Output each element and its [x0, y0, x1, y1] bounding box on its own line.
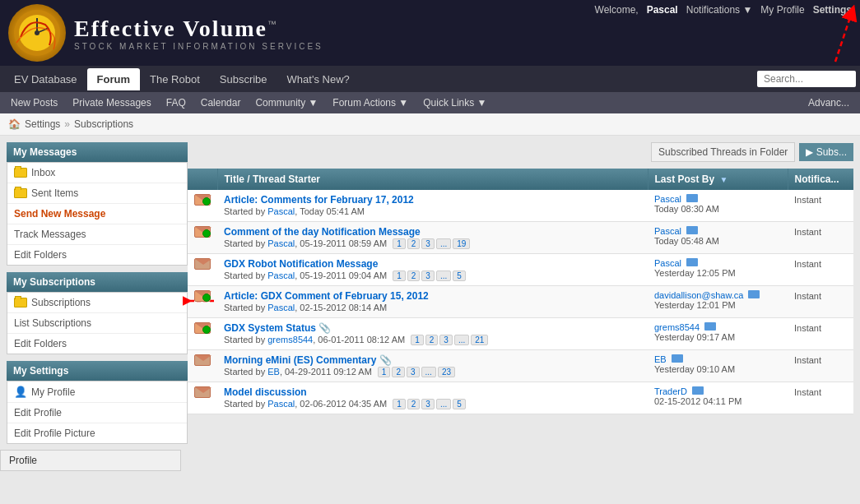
- thread-title-link[interactable]: Model discussion: [224, 386, 307, 398]
- sidebar-subscriptions[interactable]: Subscriptions: [7, 293, 187, 313]
- thread-title-cell: GDX System Status 📎 Started by grems8544…: [217, 318, 648, 350]
- thread-starter: Started by Pascal, 05-19-2011 09:04 AM 1…: [224, 270, 466, 280]
- page-link[interactable]: 3: [439, 335, 453, 345]
- page-link[interactable]: ...: [454, 335, 469, 345]
- folder-icon: [14, 168, 27, 178]
- sub-nav-community[interactable]: Community ▼: [249, 95, 324, 111]
- notification-cell: Instant: [788, 382, 853, 414]
- sidebar-inbox[interactable]: Inbox: [7, 163, 187, 183]
- sub-nav-private-messages[interactable]: Private Messages: [66, 95, 157, 111]
- page-link[interactable]: ...: [436, 270, 451, 281]
- sub-nav-new-posts[interactable]: New Posts: [4, 95, 64, 111]
- thread-title-link[interactable]: GDX Robot Notification Message: [224, 258, 378, 270]
- page-link[interactable]: 19: [453, 238, 470, 249]
- starter-link[interactable]: Pascal: [267, 303, 295, 312]
- nav-subscribe[interactable]: Subscribe: [210, 68, 277, 90]
- list-subscriptions-link[interactable]: List Subscriptions: [14, 317, 91, 329]
- page-link[interactable]: 1: [411, 335, 424, 345]
- my-profile-sidebar-link[interactable]: My Profile: [31, 386, 75, 398]
- thread-icon: [194, 322, 211, 334]
- sidebar-edit-folders2[interactable]: Edit Folders: [7, 334, 187, 354]
- thread-title-link[interactable]: Article: Comments for February 17, 2012: [224, 194, 414, 206]
- nav-whats-new[interactable]: What's New?: [277, 68, 360, 90]
- edit-profile-picture-link[interactable]: Edit Profile Picture: [14, 428, 95, 439]
- page-link[interactable]: 2: [407, 399, 421, 409]
- sidebar-edit-folders[interactable]: Edit Folders: [7, 245, 187, 265]
- last-post-user[interactable]: Pascal: [654, 258, 681, 268]
- svg-line-5: [835, 12, 852, 62]
- col-last-post[interactable]: Last Post By ▼: [648, 169, 788, 190]
- breadcrumb-settings[interactable]: Settings: [25, 118, 60, 130]
- page-link[interactable]: 23: [438, 367, 455, 377]
- page-link[interactable]: 21: [471, 335, 488, 345]
- track-messages-link[interactable]: Track Messages: [14, 229, 86, 240]
- thread-title-link[interactable]: Morning eMini (ES) Commentary: [224, 354, 376, 366]
- my-profile-link[interactable]: My Profile: [760, 4, 804, 16]
- page-link[interactable]: ...: [421, 367, 436, 377]
- thread-title-link[interactable]: GDX System Status: [224, 322, 316, 334]
- search-input[interactable]: [757, 71, 856, 87]
- sidebar-edit-profile[interactable]: Edit Profile: [7, 403, 187, 423]
- last-post-cell: grems8544 Yesterday 09:17 AM: [648, 318, 788, 350]
- sidebar-list-subscriptions[interactable]: List Subscriptions: [7, 313, 187, 334]
- page-link[interactable]: 2: [407, 270, 421, 281]
- page-link[interactable]: 1: [393, 399, 406, 409]
- edit-folders2-link[interactable]: Edit Folders: [14, 338, 67, 349]
- last-post-user[interactable]: grems8544: [654, 322, 700, 332]
- table-row: GDX System Status 📎 Started by grems8544…: [188, 318, 853, 350]
- my-subscriptions-content: Subscriptions List Subscriptions: [7, 292, 188, 354]
- starter-link[interactable]: Pascal: [267, 270, 295, 280]
- edit-profile-link[interactable]: Edit Profile: [14, 407, 62, 418]
- page-link[interactable]: 3: [421, 270, 435, 281]
- starter-link[interactable]: Pascal: [267, 399, 295, 409]
- notifications-link[interactable]: Notifications ▼: [686, 4, 753, 16]
- page-link[interactable]: 3: [421, 238, 435, 249]
- page-link[interactable]: ...: [436, 399, 451, 409]
- sent-items-link[interactable]: Sent Items: [31, 187, 78, 199]
- starter-link[interactable]: grems8544: [267, 335, 313, 344]
- subscriptions-link[interactable]: Subscriptions: [31, 297, 91, 308]
- thread-title-link[interactable]: Comment of the day Notification Message: [224, 226, 421, 238]
- settings-link[interactable]: Settings: [813, 4, 852, 16]
- thread-title-cell: Model discussion Started by Pascal, 02-0…: [217, 382, 648, 414]
- page-link[interactable]: 1: [378, 367, 391, 377]
- nav-ev-database[interactable]: EV Database: [4, 68, 87, 90]
- sub-nav-quick-links[interactable]: Quick Links ▼: [416, 95, 493, 111]
- sidebar-sent-items[interactable]: Sent Items: [7, 183, 187, 204]
- starter-link[interactable]: EB: [267, 367, 280, 377]
- page-link[interactable]: 5: [453, 399, 466, 409]
- thread-title-link[interactable]: Article: GDX Comment of February 15, 201…: [224, 290, 429, 302]
- inbox-link[interactable]: Inbox: [31, 167, 55, 178]
- last-post-user[interactable]: EB: [654, 354, 667, 364]
- sidebar-my-profile[interactable]: 👤 My Profile: [7, 381, 187, 403]
- last-post-user[interactable]: TraderD: [654, 386, 687, 396]
- page-link[interactable]: 3: [407, 367, 420, 377]
- page-link[interactable]: 2: [407, 238, 421, 249]
- last-post-user[interactable]: Pascal: [654, 194, 681, 204]
- sidebar-track-messages[interactable]: Track Messages: [7, 224, 187, 245]
- page-link[interactable]: 2: [392, 367, 405, 377]
- starter-link[interactable]: Pascal: [267, 206, 295, 216]
- nav-the-robot[interactable]: The Robot: [140, 68, 210, 90]
- last-post-by: Pascal: [654, 194, 781, 204]
- go-icon: [704, 322, 716, 331]
- starter-link[interactable]: Pascal: [267, 238, 295, 248]
- send-new-message-link[interactable]: Send New Message: [14, 208, 105, 220]
- page-link[interactable]: 1: [393, 238, 406, 249]
- sidebar-edit-profile-picture[interactable]: Edit Profile Picture: [7, 423, 187, 443]
- sub-nav-forum-actions[interactable]: Forum Actions ▼: [326, 95, 415, 111]
- page-link[interactable]: 1: [393, 270, 406, 281]
- sub-nav-faq[interactable]: FAQ: [160, 95, 193, 111]
- last-post-user[interactable]: Pascal: [654, 226, 681, 236]
- subs-button[interactable]: ▶ Subs...: [799, 143, 853, 161]
- last-post-user[interactable]: davidallison@shaw.ca: [654, 290, 743, 300]
- edit-folders-link[interactable]: Edit Folders: [14, 249, 67, 261]
- page-link[interactable]: 2: [425, 335, 439, 345]
- page-link[interactable]: 5: [453, 270, 466, 281]
- sidebar-send-new-message[interactable]: Send New Message: [7, 204, 187, 224]
- last-post-time: Today 05:48 AM: [654, 236, 781, 246]
- nav-forum[interactable]: Forum: [87, 68, 140, 90]
- page-link[interactable]: 3: [421, 399, 435, 409]
- sub-nav-calendar[interactable]: Calendar: [194, 95, 248, 111]
- page-link[interactable]: ...: [436, 238, 451, 249]
